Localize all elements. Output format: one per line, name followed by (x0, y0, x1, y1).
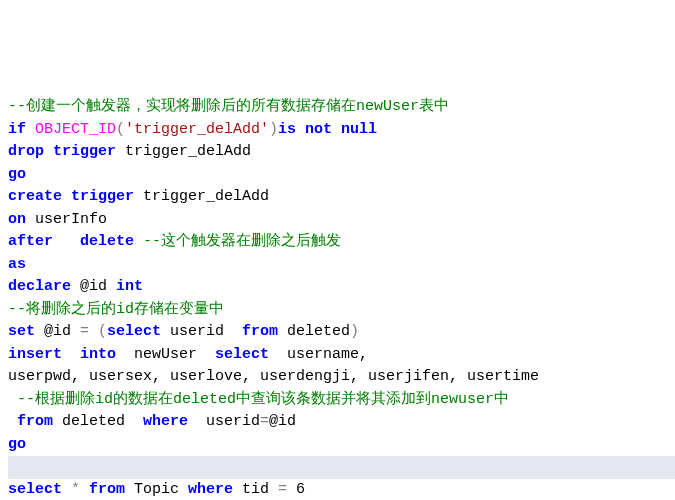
identifier: userInfo (26, 211, 107, 228)
keyword-select: select (215, 346, 269, 363)
whitespace (62, 346, 80, 363)
keyword-delete: delete (80, 233, 134, 250)
identifier: trigger_delAdd (134, 188, 269, 205)
identifier: userid (161, 323, 242, 340)
keyword-from: from (242, 323, 278, 340)
keyword-set: set (8, 323, 35, 340)
identifier: username, (269, 346, 368, 363)
identifier: userid (188, 413, 260, 430)
number-literal: 6 (296, 481, 305, 498)
keyword-into: into (80, 346, 116, 363)
code-line: insert into newUser select username, (8, 344, 675, 367)
code-line: --根据删除id的数据在deleted中查询该条数据并将其添加到newuser中 (8, 389, 675, 412)
comment: --创建一个触发器，实现将删除后的所有数据存储在newUser表中 (8, 98, 449, 115)
keyword-as: as (8, 256, 26, 273)
operator-star: * (62, 481, 80, 498)
identifier: newUser (116, 346, 215, 363)
code-line: as (8, 254, 675, 277)
keyword-select: select (8, 481, 62, 498)
keyword-on: on (8, 211, 26, 228)
keyword-isnotnull: is not null (278, 121, 377, 138)
whitespace (53, 233, 80, 250)
code-line: --将删除之后的id存储在变量中 (8, 299, 675, 322)
paren-close: ) (350, 323, 359, 340)
identifier: @id (35, 323, 80, 340)
function-objectid: OBJECT_ID (26, 121, 116, 138)
identifier: trigger_delAdd (116, 143, 251, 160)
code-line: create trigger trigger_delAdd (8, 186, 675, 209)
paren-open: ( (116, 121, 125, 138)
string-literal: 'trigger_delAdd' (125, 121, 269, 138)
code-line: from deleted where userid=@id (8, 411, 675, 434)
identifier: deleted (278, 323, 350, 340)
code-line: drop trigger trigger_delAdd (8, 141, 675, 164)
identifier: @id (71, 278, 116, 295)
code-line: if OBJECT_ID('trigger_delAdd')is not nul… (8, 119, 675, 142)
keyword-if: if (8, 121, 26, 138)
code-line: select * from Topic where tid = 6 (8, 479, 675, 501)
keyword-where: where (143, 413, 188, 430)
keyword-from: from (80, 481, 125, 498)
code-line: on userInfo (8, 209, 675, 232)
keyword-where: where (188, 481, 233, 498)
comment: --这个触发器在删除之后触发 (134, 233, 341, 250)
operator: = ( (80, 323, 107, 340)
identifier: @id (269, 413, 296, 430)
keyword-go: go (8, 436, 26, 453)
comment: --根据删除id的数据在deleted中查询该条数据并将其添加到newuser中 (8, 391, 509, 408)
keyword-from: from (17, 413, 53, 430)
code-line: --创建一个触发器，实现将删除后的所有数据存储在newUser表中 (8, 96, 675, 119)
keyword-after: after (8, 233, 53, 250)
code-line: declare @id int (8, 276, 675, 299)
paren-close: ) (269, 121, 278, 138)
code-line: go (8, 164, 675, 187)
identifier-list: userpwd, usersex, userlove, userdengji, … (8, 368, 539, 385)
keyword-declare: declare (8, 278, 71, 295)
identifier: tid (233, 481, 278, 498)
identifier: Topic (125, 481, 188, 498)
code-line: go (8, 434, 675, 457)
sql-code-editor[interactable]: --创建一个触发器，实现将删除后的所有数据存储在newUser表中if OBJE… (8, 96, 675, 500)
whitespace (8, 413, 17, 430)
comment: --将删除之后的id存储在变量中 (8, 301, 224, 318)
keyword-drop-trigger: drop trigger (8, 143, 116, 160)
code-line: userpwd, usersex, userlove, userdengji, … (8, 366, 675, 389)
operator-equals: = (260, 413, 269, 430)
code-line: set @id = (select userid from deleted) (8, 321, 675, 344)
blank-line (8, 458, 17, 475)
identifier: deleted (53, 413, 143, 430)
keyword-create-trigger: create trigger (8, 188, 134, 205)
keyword-go: go (8, 166, 26, 183)
code-line: after delete --这个触发器在删除之后触发 (8, 231, 675, 254)
keyword-insert: insert (8, 346, 62, 363)
keyword-int: int (116, 278, 143, 295)
code-line-highlighted (8, 456, 675, 479)
operator-equals: = (278, 481, 296, 498)
keyword-select: select (107, 323, 161, 340)
